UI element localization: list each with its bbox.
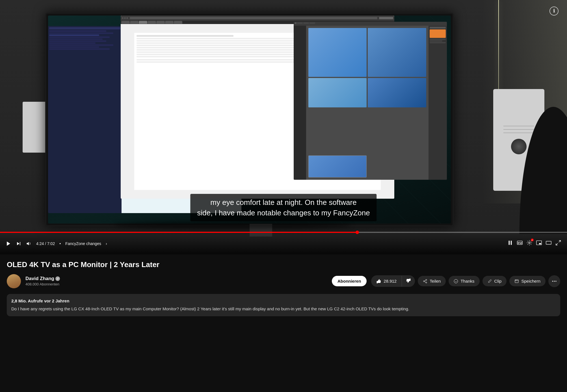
video-scene: My Day Monday, 5 May	[0, 0, 567, 254]
tab-3-active	[139, 21, 147, 24]
thanks-button[interactable]: Thanks	[449, 276, 479, 286]
svg-point-22	[454, 279, 458, 283]
browser-close	[122, 17, 124, 19]
monitor-screen: My Day Monday, 5 May	[48, 16, 451, 224]
video-player[interactable]: My Day Monday, 5 May	[0, 0, 567, 254]
dislike-button[interactable]	[402, 275, 415, 287]
thumbs-up-icon	[376, 279, 381, 284]
speaker-volume-knob	[511, 139, 527, 154]
svg-line-20	[425, 281, 426, 282]
time-separator: /	[45, 241, 47, 246]
svg-rect-4	[509, 241, 510, 245]
svg-point-27	[554, 281, 555, 281]
info-icon: ℹ	[553, 8, 555, 14]
svg-rect-10	[520, 243, 522, 244]
save-icon	[514, 279, 519, 283]
tab-7	[174, 21, 182, 24]
tab-4	[148, 21, 156, 24]
fullscreen-button[interactable]	[555, 240, 561, 247]
subtitles-button[interactable]	[517, 240, 523, 247]
more-icon	[551, 278, 557, 284]
svg-rect-7	[518, 242, 520, 243]
play-button[interactable]	[6, 241, 11, 246]
photoshop-window	[294, 22, 447, 180]
avatar-image	[7, 274, 21, 288]
speaker-grille-1	[503, 126, 534, 126]
clip-label: Clip	[494, 279, 502, 283]
controls-bar: 4:24 / 7:02 • FancyZone changes ›	[0, 233, 567, 255]
miniplayer-button[interactable]	[536, 240, 542, 247]
ps-img-1	[308, 28, 367, 77]
volume-button[interactable]	[26, 241, 32, 246]
clip-button[interactable]: Clip	[482, 276, 507, 286]
share-label: Teilen	[430, 279, 441, 283]
tab-2	[130, 21, 138, 24]
description-area[interactable]: 2,8 Mio. Aufrufe vor 2 Jahren Do I have …	[7, 294, 560, 316]
next-icon	[16, 241, 21, 246]
svg-line-15	[559, 241, 560, 242]
share-button[interactable]: Teilen	[418, 276, 446, 286]
video-title: OLED 4K TV as a PC Monitor | 2 Years Lat…	[7, 260, 560, 270]
settings-badge: 4	[531, 239, 534, 241]
browser-toolbar	[121, 16, 395, 21]
time-display: 4:24 / 7:02	[36, 241, 55, 246]
like-count: 28.912	[384, 279, 397, 283]
svg-rect-13	[539, 243, 541, 244]
svg-marker-0	[7, 241, 10, 246]
pause-icon-svg	[507, 240, 513, 246]
speaker-grille-2	[503, 129, 534, 130]
svg-point-18	[423, 281, 425, 282]
subtitle-line1: my eye comfort late at night. On the sof…	[197, 197, 370, 207]
current-time: 4:24	[36, 241, 44, 246]
like-button[interactable]: 28.912	[371, 276, 402, 287]
ps-img-2	[368, 28, 426, 77]
todo-sidebar	[48, 26, 122, 213]
channel-name-text: David Zhang	[25, 276, 54, 281]
svg-rect-5	[511, 241, 512, 245]
chapter-label: FancyZone changes	[65, 241, 101, 246]
pause-icon-right[interactable]	[507, 240, 513, 247]
page-wrapper: My Day Monday, 5 May	[0, 0, 567, 316]
browser-max	[126, 17, 128, 19]
theater-icon	[546, 240, 552, 246]
like-dislike-group: 28.912	[371, 275, 415, 287]
description-meta: 2,8 Mio. Aufrufe vor 2 Jahren	[11, 298, 556, 304]
svg-rect-8	[520, 242, 522, 243]
tab-1	[121, 21, 130, 24]
subtitle-overlay: my eye comfort late at night. On the sof…	[190, 194, 376, 221]
share-icon	[423, 279, 427, 283]
settings-button[interactable]: 4	[526, 240, 533, 247]
svg-rect-23	[515, 280, 518, 283]
right-controls: 4	[507, 240, 561, 247]
description-text: Do I have any regrets using the LG CX 48…	[11, 306, 556, 312]
next-button[interactable]	[16, 241, 21, 246]
miniplayer-icon	[536, 240, 542, 246]
svg-rect-2	[20, 242, 20, 245]
svg-point-11	[529, 242, 530, 244]
subtitle-line2: side, I have made notable changes to my …	[197, 208, 370, 218]
svg-point-19	[426, 282, 427, 283]
fullscreen-icon	[555, 240, 561, 246]
svg-point-28	[555, 281, 556, 281]
svg-line-16	[556, 243, 558, 245]
save-button[interactable]: Speichern	[509, 276, 546, 286]
info-button[interactable]: ℹ	[549, 7, 559, 16]
volume-icon	[26, 241, 32, 246]
thumbs-down-icon	[406, 278, 411, 283]
more-options-button[interactable]	[548, 275, 560, 287]
svg-rect-14	[546, 241, 551, 244]
chapter-arrow[interactable]: ›	[106, 241, 107, 246]
speaker-grille-3	[503, 133, 534, 133]
ps-screen	[294, 22, 447, 180]
subscribe-button[interactable]: Abonnieren	[332, 276, 367, 286]
svg-line-21	[425, 280, 426, 281]
monitor-shadow	[113, 221, 352, 229]
thanks-icon	[454, 279, 458, 283]
thanks-label: Thanks	[460, 279, 474, 283]
channel-avatar[interactable]	[7, 274, 21, 288]
svg-rect-9	[518, 243, 520, 244]
channel-row: David Zhang ✓ 408.000 Abonnenten Abonnie…	[7, 274, 560, 288]
verified-badge: ✓	[55, 276, 60, 281]
view-count: 2,8 Mio. Aufrufe	[11, 298, 43, 303]
theater-button[interactable]	[546, 240, 552, 247]
